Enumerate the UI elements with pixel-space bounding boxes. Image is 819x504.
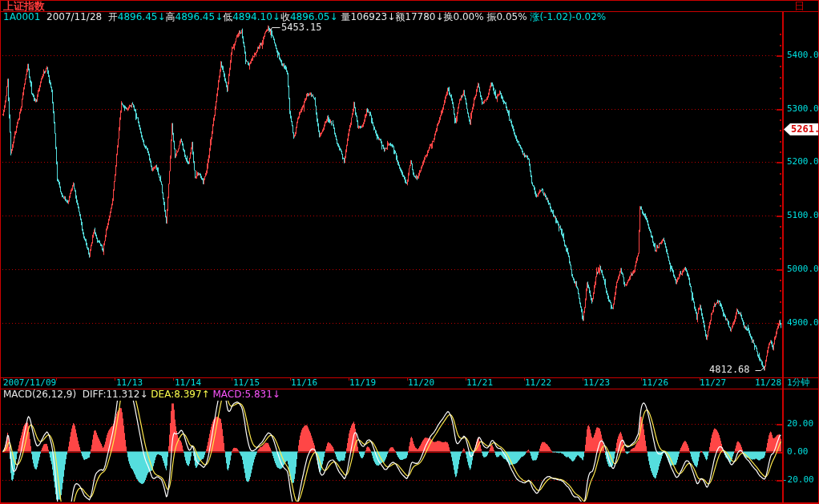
text-segment: 换 — [444, 11, 454, 22]
text-segment: 低 — [223, 11, 232, 22]
price-tick-label: 5300.0 — [787, 103, 819, 114]
text-segment: 17780 — [405, 11, 435, 22]
text-segment: 0.05% — [496, 11, 526, 22]
text-segment: DEA:8.397 — [151, 389, 201, 400]
text-segment: 量 — [341, 11, 350, 22]
date-tick-label: 11/13 — [116, 378, 143, 388]
macd-tick-label: -20.00 — [782, 474, 814, 485]
page-title: 上证指数 — [3, 1, 45, 11]
text-segment: 4896.05 — [290, 11, 330, 22]
text-segment: 4896.45 — [176, 11, 216, 22]
price-macd-chart-canvas[interactable] — [1, 1, 819, 504]
text-segment: ↓ — [330, 11, 341, 22]
text-segment: ↓ — [139, 389, 151, 400]
text-segment: 4896.45 — [118, 11, 158, 22]
text-segment: 收 — [280, 11, 290, 22]
price-extreme-annotation: 4812.68 — [709, 365, 750, 375]
text-segment: ↓ — [272, 389, 280, 400]
date-tick-label: 2007/11/09 — [3, 378, 56, 388]
period-label: 1分钟 — [787, 378, 810, 388]
date-tick-label: 11/20 — [408, 378, 434, 388]
text-segment: MACD(26,12,9) — [3, 389, 83, 400]
text-segment: ↓ — [435, 11, 443, 22]
text-segment: MACD:5.831 — [212, 389, 272, 400]
text-segment: ↓ — [215, 11, 223, 22]
last-price-badge: 5261.6 — [784, 123, 819, 135]
text-segment: (-1.02)-0.02% — [539, 11, 606, 22]
price-tick-label: 5200.0 — [787, 156, 819, 167]
price-tick-label: 5100.0 — [787, 210, 819, 220]
date-tick-label: 11/27 — [700, 378, 726, 388]
macd-tick-label: 0.00 — [787, 446, 809, 457]
macd-indicator-header: MACD(26,12,9) DIFF:11.312↓ DEA:8.397↑ MA… — [3, 389, 280, 400]
price-tick-label: 4900.0 — [787, 317, 819, 328]
date-tick-label: 11/14 — [175, 378, 201, 388]
date-tick-label: 11/22 — [525, 378, 551, 388]
text-segment: ↓ — [387, 11, 395, 22]
text-segment: 1A0001 — [3, 11, 40, 22]
price-tick-label: 5000.0 — [787, 264, 819, 274]
macd-tick-label: 20.00 — [787, 418, 813, 429]
text-segment: 106923 — [350, 11, 387, 22]
text-segment: ↓ — [272, 11, 280, 22]
date-tick-label: 11/21 — [466, 378, 493, 388]
date-tick-label: 11/15 — [233, 378, 260, 388]
text-segment: 高 — [166, 11, 176, 22]
date-tick-label: 11/28 — [755, 378, 781, 388]
stock-terminal-window: 上证指数 日 1A0001 2007/11/28 开4896.45↓高4896.… — [0, 0, 819, 504]
text-segment: 0.00% — [454, 11, 484, 22]
text-segment: 额 — [395, 11, 405, 22]
date-tick-label: 11/16 — [291, 378, 317, 388]
daily-period-icon[interactable]: 日 — [794, 1, 805, 11]
text-segment: 振 — [484, 11, 497, 22]
last-price-value: 5261.6 — [791, 123, 819, 135]
text-segment: 4894.10 — [232, 11, 272, 22]
text-segment: 开 — [108, 11, 118, 22]
price-extreme-annotation: 5453.15 — [281, 22, 322, 33]
date-tick-label: 11/19 — [349, 378, 376, 388]
text-segment: 涨 — [527, 11, 540, 22]
text-segment: DIFF:11.312 — [83, 389, 140, 400]
text-segment: ↓ — [157, 11, 165, 22]
date-tick-label: 11/23 — [583, 378, 610, 388]
text-segment: ↑ — [202, 389, 213, 400]
price-tick-label: 5400.0 — [787, 50, 819, 60]
date-tick-label: 11/26 — [642, 378, 668, 388]
text-segment: 2007/11/28 — [40, 11, 107, 22]
price-axis-border-line — [782, 11, 784, 502]
